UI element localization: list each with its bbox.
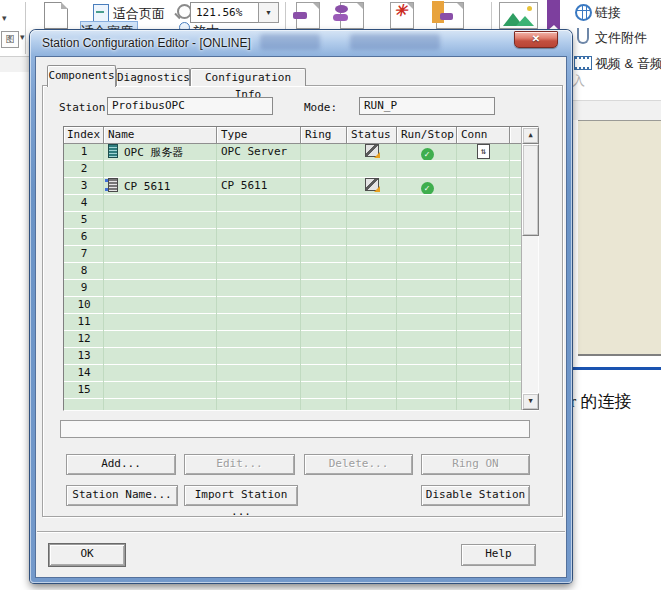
cell-name bbox=[104, 246, 217, 262]
toolbar-separator bbox=[25, 2, 26, 54]
table-row[interactable]: 9 bbox=[64, 280, 522, 297]
column-header-ring[interactable]: Ring bbox=[301, 127, 347, 144]
cell-type bbox=[217, 331, 301, 347]
mode-field[interactable]: RUN_P bbox=[359, 97, 495, 115]
menu-item-link[interactable]: 链接 bbox=[572, 2, 661, 24]
cell-status bbox=[347, 365, 397, 381]
chevron-down-icon[interactable]: ▾ bbox=[2, 13, 7, 23]
disable-station-button[interactable]: Disable Station bbox=[421, 485, 530, 506]
cell-conn bbox=[457, 314, 510, 330]
table-row[interactable]: 12 bbox=[64, 331, 522, 348]
cell-type bbox=[217, 195, 301, 211]
cell-conn bbox=[457, 263, 510, 279]
cell-ring bbox=[301, 161, 347, 177]
column-header-run-stop[interactable]: Run/Stop bbox=[397, 127, 457, 144]
cell-conn bbox=[457, 246, 510, 262]
column-header-conn[interactable]: Conn bbox=[457, 127, 510, 144]
cell-status bbox=[347, 161, 397, 177]
cp-card-icon bbox=[108, 178, 118, 192]
cell-index: 10 bbox=[64, 297, 104, 313]
cell-ring bbox=[301, 314, 347, 330]
tab-configuration-info[interactable]: Configuration Info bbox=[190, 68, 306, 86]
zoom-level-input[interactable]: 121.56% bbox=[190, 2, 260, 23]
insert-image-button[interactable]: 图 bbox=[1, 31, 19, 48]
table-scrollbar[interactable]: ▲ ▼ bbox=[521, 127, 538, 410]
station-name-button[interactable]: Station Name... bbox=[66, 485, 178, 506]
tab-diagnostics[interactable]: Diagnostics bbox=[116, 68, 190, 86]
table-row[interactable]: 8 bbox=[64, 263, 522, 280]
edit-button: Edit... bbox=[184, 454, 295, 475]
scrollbar-thumb[interactable] bbox=[522, 144, 539, 236]
cell-index: 7 bbox=[64, 246, 104, 262]
table-row[interactable]: 11 bbox=[64, 314, 522, 331]
table-row[interactable]: 1OPC 服务器OPC Server✓⇅ bbox=[64, 144, 522, 161]
cell-name bbox=[104, 382, 217, 398]
status-icon bbox=[365, 144, 379, 157]
annotation-star-icon[interactable]: ✳ bbox=[390, 2, 414, 29]
annotation-stamp-icon[interactable] bbox=[340, 2, 364, 29]
table-row[interactable]: 6 bbox=[64, 229, 522, 246]
close-icon[interactable]: ✕ bbox=[514, 31, 558, 48]
cell-index: 9 bbox=[64, 280, 104, 296]
dialog-title: Station Configuration Editor - [ONLINE] bbox=[42, 36, 251, 50]
table-row[interactable]: 5 bbox=[64, 212, 522, 229]
cell-run bbox=[397, 229, 457, 245]
cell-type bbox=[217, 348, 301, 364]
fit-page-icon[interactable] bbox=[93, 4, 109, 22]
column-header-name[interactable]: Name bbox=[104, 127, 217, 144]
cell-run bbox=[397, 212, 457, 228]
zoom-in-button[interactable]: 放大 bbox=[193, 21, 223, 29]
annotation-note-icon[interactable] bbox=[296, 2, 320, 29]
cell-ring bbox=[301, 331, 347, 347]
import-station-button[interactable]: Import Station ... bbox=[184, 485, 298, 506]
chevron-down-icon[interactable]: ▾ bbox=[20, 32, 25, 42]
cell-conn bbox=[457, 297, 510, 313]
cell-status bbox=[347, 229, 397, 245]
menu-item-video-audio[interactable]: 视频 & 音频 bbox=[572, 53, 661, 75]
table-row[interactable]: 4 bbox=[64, 195, 522, 212]
cell-name bbox=[104, 331, 217, 347]
cell-conn bbox=[457, 178, 510, 194]
cell-conn: ⇅ bbox=[457, 144, 510, 160]
table-row[interactable]: 2 bbox=[64, 161, 522, 178]
image-icon[interactable] bbox=[499, 2, 538, 29]
menu-item-file-attachment[interactable]: 文件附件 bbox=[572, 27, 661, 49]
annotation-clipboard-icon[interactable] bbox=[436, 2, 464, 29]
connection-icon: ⇅ bbox=[477, 144, 490, 159]
table-row[interactable]: 3CP 5611CP 5611✓ bbox=[64, 178, 522, 195]
column-header-type[interactable]: Type bbox=[217, 127, 301, 144]
table-row[interactable]: 13 bbox=[64, 348, 522, 365]
help-button[interactable]: Help bbox=[461, 544, 536, 566]
zoom-dropdown-button[interactable]: ▼ bbox=[258, 2, 279, 23]
column-header-status[interactable]: Status bbox=[347, 127, 397, 144]
table-row[interactable]: 14 bbox=[64, 365, 522, 382]
add-button[interactable]: Add... bbox=[66, 454, 176, 475]
cell-status bbox=[347, 195, 397, 211]
cell-name bbox=[104, 212, 217, 228]
ok-button[interactable]: OK bbox=[49, 544, 125, 566]
cell-status bbox=[347, 331, 397, 347]
cell-run bbox=[397, 263, 457, 279]
cell-type: OPC Server bbox=[217, 144, 301, 160]
table-row[interactable]: 15 bbox=[64, 382, 522, 399]
paperclip-icon bbox=[577, 28, 589, 44]
station-field[interactable]: ProfibusOPC bbox=[107, 97, 273, 115]
scroll-down-icon[interactable]: ▼ bbox=[522, 393, 539, 410]
scroll-up-icon[interactable]: ▲ bbox=[522, 127, 539, 144]
tab-components[interactable]: Components bbox=[47, 65, 116, 87]
blank-page-icon[interactable] bbox=[44, 2, 68, 29]
cell-run: ✓ bbox=[397, 178, 457, 194]
cell-conn bbox=[457, 161, 510, 177]
bookmark-icon[interactable] bbox=[547, 0, 560, 25]
cell-index: 1 bbox=[64, 144, 104, 160]
cell-name bbox=[104, 365, 217, 381]
cell-name bbox=[104, 229, 217, 245]
cell-conn bbox=[457, 331, 510, 347]
cell-run bbox=[397, 246, 457, 262]
cell-name bbox=[104, 195, 217, 211]
table-row[interactable]: 7 bbox=[64, 246, 522, 263]
cell-status bbox=[347, 178, 397, 194]
cell-index: 14 bbox=[64, 365, 104, 381]
column-header-index[interactable]: Index bbox=[64, 127, 104, 144]
table-row[interactable]: 10 bbox=[64, 297, 522, 314]
